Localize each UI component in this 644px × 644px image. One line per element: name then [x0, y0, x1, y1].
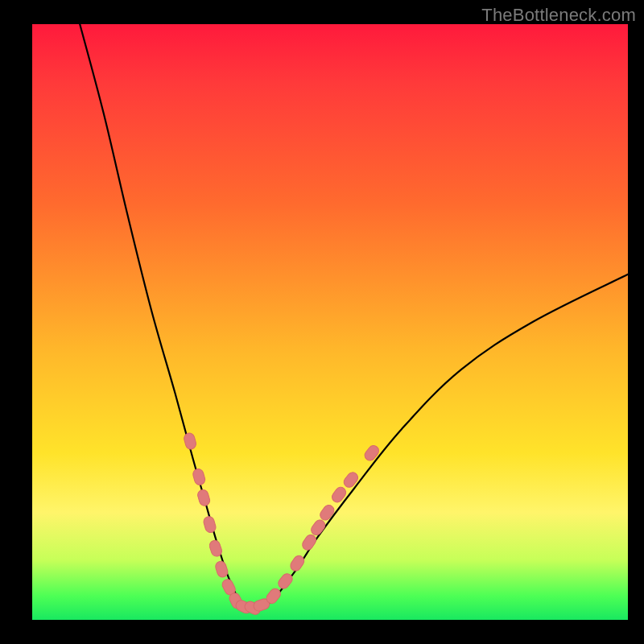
svg-rect-15 — [309, 518, 327, 537]
svg-rect-3 — [203, 515, 217, 534]
svg-rect-14 — [300, 533, 318, 552]
svg-rect-13 — [288, 554, 306, 573]
svg-rect-18 — [342, 470, 361, 489]
curve-marker — [362, 444, 381, 463]
curve-marker — [192, 468, 206, 486]
chart-frame: TheBottleneck.com — [0, 0, 644, 644]
curve-marker — [300, 533, 318, 552]
marker-layer — [183, 432, 381, 617]
curve-marker — [330, 485, 348, 505]
svg-rect-19 — [362, 444, 381, 463]
curve-marker — [288, 554, 306, 573]
curve-svg — [32, 24, 628, 620]
svg-rect-17 — [330, 485, 348, 505]
bottleneck-curve — [80, 24, 628, 608]
svg-rect-2 — [196, 489, 211, 507]
svg-rect-0 — [183, 432, 197, 451]
watermark-label: TheBottleneck.com — [481, 5, 636, 26]
curve-marker — [342, 470, 361, 489]
plot-area — [32, 24, 628, 620]
curve-marker — [183, 432, 197, 451]
curve-marker — [309, 518, 327, 537]
curve-marker — [196, 489, 211, 507]
curve-marker — [318, 503, 336, 522]
svg-rect-16 — [318, 503, 336, 522]
svg-rect-1 — [192, 468, 206, 486]
curve-marker — [203, 515, 217, 534]
